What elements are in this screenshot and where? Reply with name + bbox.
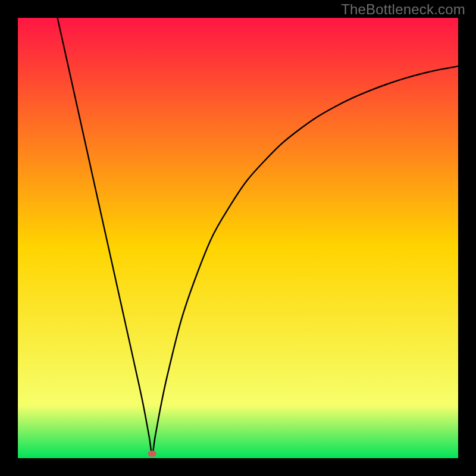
plot-area	[18, 18, 458, 458]
chart-frame: TheBottleneck.com	[0, 0, 476, 476]
watermark-text: TheBottleneck.com	[341, 1, 465, 18]
chart-background	[18, 18, 458, 458]
optimal-point-marker	[148, 451, 156, 457]
chart-svg	[18, 18, 458, 458]
